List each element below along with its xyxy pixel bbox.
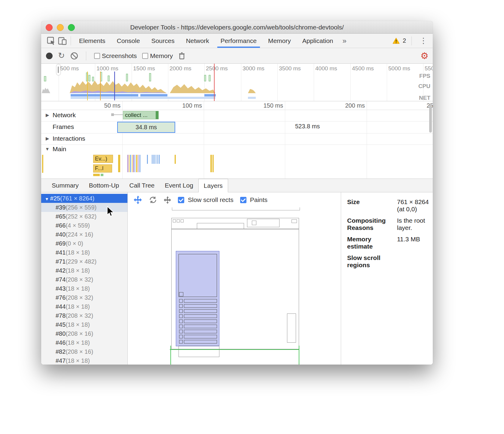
tabbar-right-cluster: 2 ⋮: [393, 36, 433, 45]
layer-id: #65: [56, 213, 66, 220]
tab-memory[interactable]: Memory: [262, 34, 297, 48]
layer-id: #47: [56, 357, 66, 364]
layer-tree-item[interactable]: #41(18 × 18): [41, 248, 127, 257]
more-tabs-chevron[interactable]: »: [339, 34, 350, 48]
slow-scroll-rects-checkbox[interactable]: [178, 197, 184, 203]
cpu-lane-label: CPU: [418, 83, 430, 90]
device-toolbar-icon[interactable]: [57, 36, 68, 46]
toolbar-separator: [86, 51, 86, 60]
title-bar[interactable]: Developer Tools - https://developers.goo…: [41, 21, 433, 34]
row-divider: [41, 133, 433, 133]
vertical-scrollbar[interactable]: [429, 104, 432, 133]
row-square: [179, 309, 183, 313]
row-rect: [184, 309, 217, 313]
rotate-mode-icon[interactable]: [149, 196, 157, 204]
layer-tree-item[interactable]: ▼#25(761 × 8264): [41, 194, 127, 203]
tab-summary[interactable]: Summary: [47, 179, 84, 192]
layer-tree-item[interactable]: #43(18 × 18): [41, 284, 127, 293]
screenshots-toggle[interactable]: Screenshots: [94, 52, 137, 60]
screenshots-checkbox[interactable]: [94, 53, 100, 59]
memory-checkbox[interactable]: [142, 53, 148, 59]
network-request-bar[interactable]: collect ...: [123, 111, 159, 119]
frames-row-label[interactable]: Frames: [53, 123, 74, 130]
main-event-bar[interactable]: F...l: [93, 164, 112, 173]
row-rect: [184, 340, 217, 344]
triangle-right-icon[interactable]: ▶: [46, 112, 49, 118]
row-rect: [184, 314, 217, 318]
layer-tree-item[interactable]: #78(208 × 32): [41, 311, 127, 320]
interactions-row-label[interactable]: Interactions: [53, 135, 85, 142]
layer-tree-item[interactable]: #82(208 × 16): [41, 347, 127, 356]
scrollbar-rect: [287, 313, 296, 343]
tab-event-log[interactable]: Event Log: [160, 179, 198, 192]
close-window-button[interactable]: [46, 24, 53, 31]
tab-performance[interactable]: Performance: [215, 34, 262, 48]
selected-frame-bar[interactable]: 34.8 ms: [117, 122, 175, 133]
row-divider: [41, 145, 433, 145]
memory-toggle[interactable]: Memory: [142, 52, 173, 60]
reset-view-icon[interactable]: [164, 196, 171, 204]
layer-id: #39: [56, 204, 66, 211]
pan-mode-icon[interactable]: [134, 196, 142, 204]
layer-tree-item[interactable]: #42(18 × 18): [41, 266, 127, 275]
main-row-label[interactable]: Main: [53, 145, 66, 153]
reload-and-profile-icon[interactable]: ↻: [58, 52, 65, 60]
layer-3d-view[interactable]: [128, 207, 341, 365]
layer-tree-item[interactable]: #40(224 × 16): [41, 230, 127, 239]
chrome-icon-box: [173, 219, 176, 222]
tab-application[interactable]: Application: [297, 34, 339, 48]
warning-icon[interactable]: [393, 38, 400, 44]
tab-network[interactable]: Network: [180, 34, 215, 48]
main-event-bar[interactable]: Ev...): [93, 155, 113, 163]
minimize-window-button[interactable]: [57, 24, 64, 31]
network-row-label[interactable]: Network: [53, 112, 76, 119]
layer-tree-item[interactable]: #46(18 × 18): [41, 338, 127, 347]
toolbar-separator: [71, 36, 71, 45]
net-lane-label: NET: [419, 95, 430, 101]
layer-id: #80: [56, 330, 66, 337]
tab-call-tree[interactable]: Call Tree: [124, 179, 160, 192]
tab-layers[interactable]: Layers: [198, 179, 228, 192]
timeline-overview[interactable]: 500 ms 1000 ms 1500 ms 2000 ms 2500 ms 3…: [41, 64, 433, 101]
record-button[interactable]: [46, 53, 53, 59]
inspect-element-icon[interactable]: [45, 36, 57, 46]
row-square: [179, 304, 183, 308]
layer-guide-line: [170, 349, 299, 350]
paints-toggle[interactable]: [240, 197, 246, 203]
layer-tree-item[interactable]: #44(18 × 18): [41, 302, 127, 311]
layer-tree-item[interactable]: #69(0 × 0): [41, 239, 127, 248]
layer-size: (208 × 16): [66, 330, 93, 337]
kebab-menu-icon[interactable]: ⋮: [417, 36, 430, 45]
layer-tree-item[interactable]: #74(208 × 32): [41, 275, 127, 284]
clear-icon[interactable]: [70, 52, 78, 60]
triangle-down-icon[interactable]: ▼: [45, 197, 49, 201]
layer-size: (761 × 8264): [60, 195, 94, 202]
tab-bottom-up[interactable]: Bottom-Up: [84, 179, 124, 192]
slow-scroll-rects-toggle[interactable]: [178, 197, 184, 203]
triangle-down-icon[interactable]: ▼: [45, 146, 50, 151]
layer-tree-item[interactable]: #66(4 × 559): [41, 221, 127, 230]
settings-gear-icon[interactable]: ⚙: [420, 50, 429, 61]
zoom-window-button[interactable]: [68, 24, 75, 31]
tab-elements[interactable]: Elements: [73, 34, 111, 48]
trash-icon[interactable]: [178, 52, 185, 60]
layer-tree-item[interactable]: #45(18 × 18): [41, 320, 127, 329]
layer-tree-item[interactable]: #47(18 × 18): [41, 356, 127, 365]
flame-chart[interactable]: 50 ms 100 ms 150 ms 200 ms 250 ms ▶ Netw…: [41, 101, 433, 179]
tab-sources[interactable]: Sources: [146, 34, 180, 48]
triangle-right-icon[interactable]: ▶: [46, 136, 49, 141]
layer-tree-item[interactable]: #76(208 × 32): [41, 293, 127, 302]
layer-tree-item[interactable]: #71(229 × 482): [41, 257, 127, 266]
tab-console[interactable]: Console: [111, 34, 146, 48]
layer-tree-item[interactable]: #80(208 × 16): [41, 329, 127, 338]
network-request-marker: [111, 113, 114, 116]
inner-box: [179, 254, 217, 297]
memory-estimate-value: 11.3 MB: [397, 236, 433, 243]
paints-checkbox[interactable]: [240, 197, 246, 203]
mouse-cursor: [107, 206, 115, 218]
layer-id: #74: [56, 276, 66, 283]
chrome-icon-box: [181, 219, 184, 222]
panel-tabs: Elements Console Sources Network Perform…: [73, 34, 350, 48]
overview-window-grip[interactable]: [57, 64, 60, 75]
chrome-icon-box: [177, 219, 180, 222]
